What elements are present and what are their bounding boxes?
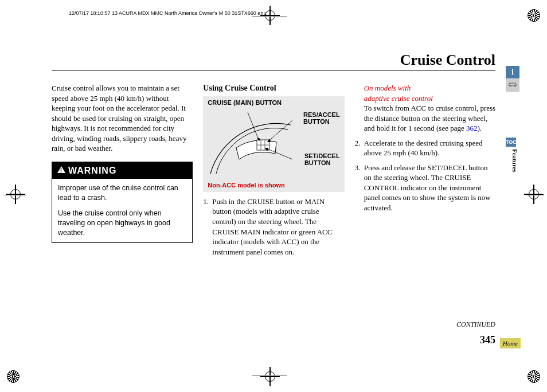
step-1: 1. Push in the CRUISE button or MAIN but…: [203, 197, 344, 257]
acc-note-line2: adaptive cruise control: [364, 93, 496, 104]
title-rule: [52, 70, 495, 70]
acc-note-line1: On models with: [364, 83, 496, 93]
registration-cross-bottom: [265, 371, 275, 382]
tab-car-icon[interactable]: [506, 79, 519, 92]
step-1-num: 1.: [203, 197, 212, 257]
column-2: Using Cruise Control CRUISE (MAIN) BUTTO…: [203, 83, 344, 261]
step-3-text: Press and release the SET/DECEL button o…: [364, 163, 496, 213]
step-2: 2. Accelerate to the desired cruising sp…: [355, 138, 496, 158]
continued-label: CONTINUED: [456, 320, 495, 329]
warning-label: WARNING: [68, 164, 116, 177]
registration-cross-right: [529, 189, 539, 199]
registration-cross-left: [10, 189, 21, 199]
diagram-note: Non-ACC model is shown: [208, 181, 284, 190]
svg-line-9: [265, 148, 292, 159]
step-2-text: Accelerate to the desired cruising speed…: [364, 138, 496, 158]
page-title: Cruise Control: [400, 52, 495, 69]
label-res-accel: RES/ACCELBUTTON: [303, 111, 340, 125]
crop-line: [252, 375, 287, 376]
steering-diagram: CRUISE (MAIN) BUTTON RES/ACCELBUTTON SET…: [203, 96, 344, 192]
tab-features[interactable]: Features: [511, 149, 518, 173]
print-metadata: 12/07/17 18:10:57 13 ACURA MDX MMC North…: [69, 10, 266, 16]
page-number: 345: [480, 334, 495, 346]
steering-wheel-illustration: [208, 108, 294, 175]
registration-corner-bl: [7, 370, 19, 383]
crop-line: [526, 195, 544, 195]
tab-info-icon[interactable]: i: [506, 66, 519, 79]
warning-body: Improper use of the cruise control can l…: [52, 179, 192, 242]
crop-line: [3, 195, 26, 195]
step-3: 3. Press and release the SET/DECEL butto…: [355, 163, 496, 213]
using-cruise-heading: Using Cruise Control: [203, 83, 344, 94]
column-3: On models with adaptive cruise control T…: [355, 83, 496, 261]
step-2-num: 2.: [355, 138, 364, 158]
warning-box: ! WARNING Improper use of the cruise con…: [52, 162, 193, 243]
tab-toc[interactable]: TOC: [506, 138, 516, 147]
step-3-num: 3.: [355, 163, 364, 213]
registration-corner-tr: [528, 9, 540, 22]
column-1: Cruise control allows you to maintain a …: [52, 83, 193, 261]
content-columns: Cruise control allows you to maintain a …: [52, 83, 496, 261]
label-cruise-main: CRUISE (MAIN) BUTTON: [208, 99, 282, 107]
warning-icon: !: [57, 164, 66, 177]
svg-text:!: !: [60, 167, 62, 174]
warning-header: ! WARNING: [52, 162, 192, 179]
tab-home[interactable]: Home: [500, 338, 521, 348]
label-set-decel: SET/DECELBUTTON: [304, 152, 340, 166]
svg-line-5: [248, 112, 259, 141]
registration-cross-top: [265, 10, 275, 21]
warning-p1: Improper use of the cruise control can l…: [58, 183, 186, 203]
registration-corner-br: [528, 370, 540, 383]
crop-line: [252, 16, 287, 17]
intro-text: Cruise control allows you to maintain a …: [52, 83, 193, 154]
step-1-text: Push in the CRUISE button or MAIN button…: [212, 197, 344, 257]
warning-p2: Use the cruise control only when traveli…: [58, 209, 186, 238]
acc-switch-text-b: ).: [478, 124, 482, 132]
page-link-362[interactable]: 362: [466, 124, 478, 132]
